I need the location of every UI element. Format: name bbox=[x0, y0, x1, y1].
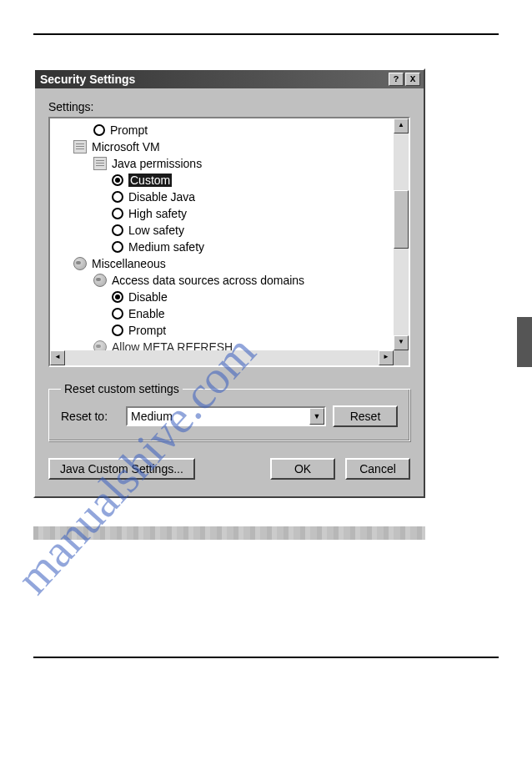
page-bottom-rule bbox=[33, 657, 499, 658]
settings-label: Settings: bbox=[48, 100, 410, 113]
radio-icon bbox=[112, 308, 123, 320]
scroll-left-icon[interactable]: ◄ bbox=[50, 350, 65, 365]
radio-icon bbox=[112, 241, 123, 253]
chevron-down-icon[interactable]: ▼ bbox=[309, 408, 324, 425]
scroll-corner bbox=[394, 350, 409, 365]
group-microsoft-vm[interactable]: Microsoft VM bbox=[52, 138, 392, 155]
group-miscellaneous[interactable]: Miscellaneous bbox=[52, 255, 392, 272]
group-access-data-sources[interactable]: Access data sources across domains bbox=[52, 272, 392, 289]
option-high-safety[interactable]: High safety bbox=[52, 205, 392, 222]
dialog-title: Security Settings bbox=[40, 73, 387, 86]
radio-icon bbox=[112, 224, 123, 236]
radio-icon bbox=[112, 174, 123, 186]
titlebar[interactable]: Security Settings ? X bbox=[35, 70, 424, 88]
document-icon bbox=[73, 140, 87, 153]
scroll-down-icon[interactable]: ▼ bbox=[394, 335, 409, 350]
security-settings-dialog: Security Settings ? X Settings: Prompt M… bbox=[33, 68, 425, 498]
scroll-thumb[interactable] bbox=[394, 190, 409, 249]
page-edge-tab bbox=[517, 317, 532, 367]
help-button[interactable]: ? bbox=[389, 73, 404, 86]
option-medium-safety[interactable]: Medium safety bbox=[52, 239, 392, 255]
ok-button[interactable]: OK bbox=[270, 458, 335, 480]
background-photo-sliver bbox=[33, 526, 425, 540]
page-top-rule bbox=[33, 33, 499, 35]
globe-icon bbox=[93, 340, 107, 350]
scroll-up-icon[interactable]: ▲ bbox=[394, 118, 409, 133]
vertical-scrollbar[interactable]: ▲ ▼ bbox=[394, 118, 409, 350]
settings-tree: Prompt Microsoft VM Java permissions Cus… bbox=[48, 117, 410, 367]
reset-to-combo[interactable]: Medium ▼ bbox=[126, 406, 326, 426]
group-java-permissions[interactable]: Java permissions bbox=[52, 155, 392, 172]
cancel-button[interactable]: Cancel bbox=[345, 458, 410, 480]
option-prompt[interactable]: Prompt bbox=[52, 122, 392, 138]
option-disable[interactable]: Disable bbox=[52, 289, 392, 305]
radio-icon bbox=[112, 325, 123, 336]
reset-to-label: Reset to: bbox=[61, 410, 119, 423]
globe-icon bbox=[73, 257, 87, 270]
option-disable-java[interactable]: Disable Java bbox=[52, 189, 392, 205]
java-custom-settings-button[interactable]: Java Custom Settings... bbox=[48, 458, 195, 480]
radio-icon bbox=[112, 291, 123, 303]
radio-icon bbox=[112, 208, 123, 219]
reset-legend: Reset custom settings bbox=[61, 382, 183, 395]
reset-button[interactable]: Reset bbox=[333, 405, 398, 427]
combo-value: Medium bbox=[128, 408, 309, 425]
globe-icon bbox=[93, 274, 107, 287]
document-icon bbox=[93, 157, 107, 170]
radio-icon bbox=[93, 124, 105, 136]
option-custom[interactable]: Custom bbox=[52, 172, 392, 189]
horizontal-scrollbar[interactable]: ◄ ► bbox=[50, 350, 409, 365]
reset-custom-settings-group: Reset custom settings Reset to: Medium ▼… bbox=[48, 382, 410, 441]
scroll-right-icon[interactable]: ► bbox=[379, 350, 394, 365]
group-allow-meta-refresh[interactable]: Allow META REFRESH bbox=[52, 339, 392, 350]
option-prompt-2[interactable]: Prompt bbox=[52, 322, 392, 339]
option-enable[interactable]: Enable bbox=[52, 305, 392, 322]
close-button[interactable]: X bbox=[405, 73, 420, 86]
option-low-safety[interactable]: Low safety bbox=[52, 222, 392, 239]
radio-icon bbox=[112, 191, 123, 203]
